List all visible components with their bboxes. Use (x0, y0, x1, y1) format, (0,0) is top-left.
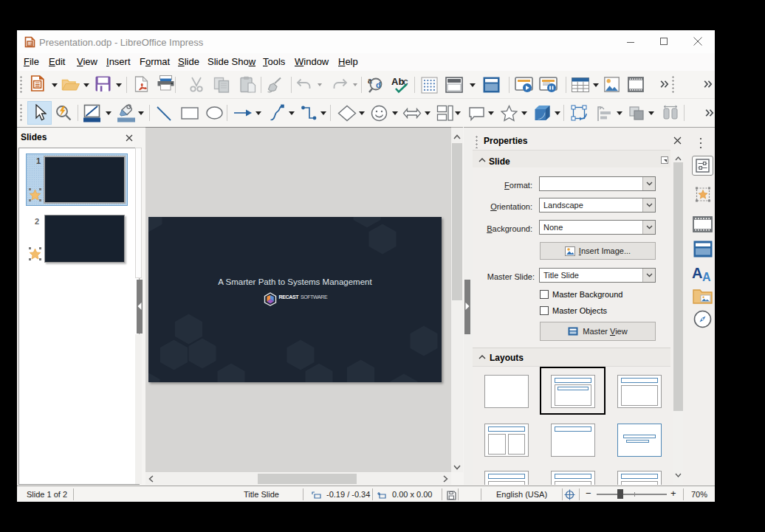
svg-text:d: d (376, 80, 381, 89)
svg-text:A: A (692, 265, 702, 281)
svg-text:Ab: Ab (391, 76, 404, 87)
svg-text:A: A (702, 271, 711, 282)
